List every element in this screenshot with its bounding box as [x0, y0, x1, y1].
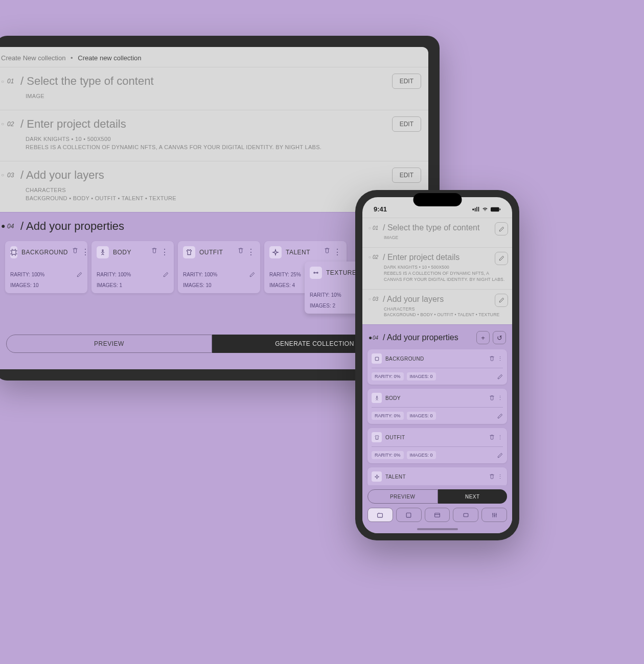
- step-2: ○ 02 / Enter project details DARK KNIGHT…: [0, 110, 428, 161]
- trash-icon[interactable]: [489, 355, 495, 362]
- step-number: 01: [373, 225, 383, 231]
- edit-pencil-icon[interactable]: [77, 272, 82, 277]
- trash-icon[interactable]: [489, 473, 495, 480]
- tab-3[interactable]: [425, 508, 450, 522]
- breadcrumb-current: Create new collection: [78, 54, 141, 62]
- property-card-background[interactable]: BACKGROUND ⋮ RARITY: 100% IMAGES: 10: [5, 241, 87, 293]
- phone-card-body[interactable]: BODY ⋮ RARITY: 0%IMAGES: 0: [367, 389, 507, 424]
- step-number: 01: [7, 78, 20, 85]
- images-stat: IMAGES: 10: [183, 282, 212, 288]
- edit-button[interactable]: EDIT: [392, 168, 421, 183]
- step-title: / Enter project details: [383, 253, 506, 262]
- edit-button[interactable]: EDIT: [392, 74, 421, 89]
- phone-card-background[interactable]: BACKGROUND ⋮ RARITY: 0%IMAGES: 0: [367, 349, 507, 385]
- person-icon: [97, 246, 109, 258]
- svg-rect-5: [500, 208, 501, 210]
- images-stat: IMAGES: 0: [407, 372, 436, 381]
- wifi-icon: [481, 206, 489, 212]
- trash-icon[interactable]: [151, 247, 157, 257]
- svg-rect-0: [12, 250, 16, 254]
- svg-rect-8: [378, 513, 383, 517]
- preview-button[interactable]: PREVIEW: [6, 335, 212, 353]
- more-icon[interactable]: ⋮: [497, 434, 503, 441]
- edit-pencil-icon[interactable]: [163, 272, 169, 277]
- step-title: / Add your layers: [383, 295, 506, 304]
- undo-button[interactable]: ↺: [493, 331, 506, 344]
- tab-5[interactable]: [481, 508, 507, 522]
- svg-rect-9: [406, 513, 411, 517]
- rarity-stat: RARITY: 0%: [372, 372, 404, 381]
- edit-pencil-icon[interactable]: [497, 453, 503, 458]
- add-button[interactable]: +: [476, 331, 490, 344]
- more-icon[interactable]: ⋮: [497, 355, 503, 362]
- rarity-stat: RARITY: 100%: [10, 272, 44, 277]
- phone-card-talent[interactable]: TALENT ⋮: [367, 467, 507, 485]
- step-bullet: ○: [369, 255, 373, 259]
- step-sub: IMAGE: [384, 235, 506, 241]
- more-icon[interactable]: ⋮: [497, 473, 503, 480]
- step-sub: CHARACTERS BACKGROUND • BODY • OUTFIT • …: [384, 306, 506, 319]
- edit-pencil-icon[interactable]: [497, 413, 503, 419]
- step-sub: IMAGE: [26, 92, 422, 101]
- step-number: 03: [7, 172, 20, 179]
- step-bullet: ○: [1, 121, 5, 127]
- trash-icon[interactable]: [238, 247, 244, 257]
- edit-button[interactable]: [495, 252, 508, 265]
- step-number: 03: [373, 296, 383, 302]
- breadcrumb-root[interactable]: Create New collection: [1, 54, 65, 62]
- trash-icon[interactable]: [489, 395, 495, 401]
- sparkle-icon: [269, 246, 282, 258]
- card-name: BODY: [385, 395, 486, 401]
- preview-button[interactable]: PREVIEW: [367, 489, 438, 504]
- rarity-stat: RARITY: 0%: [372, 451, 404, 459]
- edit-pencil-icon[interactable]: [497, 374, 503, 380]
- trash-icon[interactable]: [324, 247, 330, 257]
- card-name: TALENT: [385, 474, 486, 480]
- trash-icon[interactable]: [72, 247, 78, 257]
- sub-line: BACKGROUND • BODY • OUTFIT • TALENT • TE…: [384, 312, 499, 317]
- step-sub: DARK KNIGHTS • 10 • 500X500 REBELS IS A …: [384, 265, 506, 283]
- property-card-outfit[interactable]: OUTFIT ⋮ RARITY: 100% IMAGES: 10: [178, 241, 260, 293]
- card-name: BACKGROUND: [21, 249, 68, 256]
- next-button[interactable]: NEXT: [438, 489, 508, 504]
- more-icon[interactable]: ⋮: [247, 247, 255, 257]
- step-number: 02: [7, 121, 20, 128]
- step-bullet: ●: [1, 222, 5, 230]
- sub-line: DARK KNIGHTS • 10 • 500X500: [26, 136, 111, 142]
- card-name: BODY: [113, 249, 147, 256]
- edit-button[interactable]: EDIT: [392, 116, 421, 132]
- tab-1[interactable]: [367, 508, 393, 522]
- tab-4[interactable]: [453, 508, 478, 522]
- battery-icon: [491, 207, 501, 212]
- images-stat: IMAGES: 1: [97, 282, 122, 288]
- tab-2[interactable]: [396, 508, 422, 522]
- images-stat: IMAGES: 2: [310, 303, 335, 309]
- trash-icon[interactable]: [489, 434, 495, 441]
- sub-line: CHARACTERS: [384, 306, 415, 312]
- edit-button[interactable]: [495, 222, 508, 235]
- sub-line: DARK KNIGHTS • 10 • 500X500: [384, 265, 449, 270]
- step-bullet: ○: [369, 226, 373, 230]
- images-stat: IMAGES: 0: [407, 451, 436, 459]
- signal-icon: •ıll: [472, 206, 479, 213]
- status-time: 9:41: [374, 205, 387, 213]
- images-stat: IMAGES: 0: [407, 412, 436, 420]
- svg-rect-10: [435, 513, 440, 517]
- sub-line: REBELS IS A COLLECTION OF DYNAMIC NFTS, …: [26, 144, 321, 150]
- shirt-icon: [372, 432, 382, 442]
- edit-pencil-icon[interactable]: [249, 272, 255, 277]
- edit-button[interactable]: [495, 294, 508, 307]
- more-icon[interactable]: ⋮: [81, 247, 89, 257]
- phone-card-outfit[interactable]: OUTFIT ⋮ RARITY: 0%IMAGES: 0: [367, 428, 507, 463]
- person-icon: [372, 393, 382, 403]
- rarity-stat: RARITY: 100%: [183, 272, 217, 277]
- more-icon[interactable]: ⋮: [160, 247, 169, 257]
- property-card-body[interactable]: BODY ⋮ RARITY: 100% IMAGES: 1: [91, 241, 174, 293]
- more-icon[interactable]: ⋮: [333, 247, 341, 257]
- home-indicator: [417, 528, 458, 530]
- svg-point-3: [317, 272, 318, 273]
- sub-line: CHARACTERS: [26, 187, 66, 193]
- more-icon[interactable]: ⋮: [497, 395, 503, 401]
- step-number: 04: [7, 223, 20, 230]
- svg-point-1: [102, 249, 103, 250]
